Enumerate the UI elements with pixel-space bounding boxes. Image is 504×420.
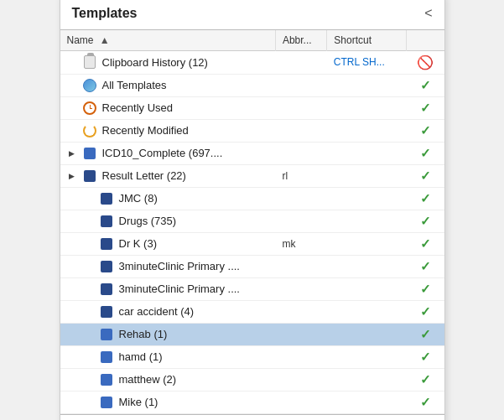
row-name-text: Rehab (1) bbox=[119, 328, 168, 340]
icon-square-blue bbox=[99, 395, 114, 410]
col-check bbox=[407, 30, 444, 51]
table-row[interactable]: 3minuteClinic Primary ....✓ bbox=[60, 277, 444, 300]
table-row[interactable]: car accident (4)✓ bbox=[60, 300, 444, 323]
row-shortcut[interactable]: CTRL SH... bbox=[327, 50, 407, 74]
row-shortcut bbox=[327, 345, 407, 368]
templates-table-container: Name ▲ Abbr... Shortcut Clipboard Histor… bbox=[60, 29, 444, 415]
row-name-text: ICD10_Complete (697.... bbox=[102, 147, 223, 159]
check-icon: ✓ bbox=[420, 214, 431, 228]
templates-panel: Templates < Name ▲ Abbr... Shortcut bbox=[60, 0, 445, 420]
row-abbr bbox=[275, 345, 326, 368]
expand-arrow-icon[interactable]: ▶ bbox=[67, 171, 77, 181]
check-icon: ✓ bbox=[420, 169, 431, 183]
row-name-text: Drugs (735) bbox=[119, 215, 177, 227]
collapse-button[interactable]: < bbox=[424, 6, 432, 21]
check-icon: ✓ bbox=[420, 78, 431, 92]
row-check: 🚫 bbox=[407, 50, 444, 74]
table-row[interactable]: Dr K (3)mk✓ bbox=[60, 232, 444, 255]
row-abbr bbox=[275, 277, 326, 300]
row-abbr bbox=[275, 142, 326, 164]
table-row[interactable]: matthew (2)✓ bbox=[60, 368, 444, 391]
row-abbr bbox=[275, 74, 326, 96]
expand-arrow-icon[interactable]: ▶ bbox=[67, 148, 77, 158]
icon-square-dark bbox=[99, 282, 114, 297]
row-name-text: Recently Used bbox=[102, 101, 174, 114]
row-abbr bbox=[275, 255, 326, 277]
row-shortcut bbox=[327, 164, 407, 187]
row-name-text: 3minuteClinic Primary .... bbox=[119, 283, 240, 295]
row-name-text: JMC (8) bbox=[119, 192, 158, 205]
row-name-text: All Templates bbox=[102, 79, 167, 91]
icon-refresh bbox=[82, 123, 97, 138]
table-row[interactable]: hamd (1)✓ bbox=[60, 345, 444, 368]
row-shortcut bbox=[327, 142, 407, 164]
row-shortcut bbox=[327, 187, 407, 210]
row-abbr: rl bbox=[275, 164, 326, 187]
icon-square-dark bbox=[99, 304, 114, 319]
row-shortcut bbox=[327, 96, 407, 119]
table-row[interactable]: JMC (8)✓ bbox=[60, 187, 444, 210]
check-icon: ✓ bbox=[420, 123, 431, 137]
check-icon: ✓ bbox=[420, 372, 431, 386]
row-abbr bbox=[275, 210, 326, 232]
row-check: ✓ bbox=[407, 187, 444, 210]
row-name-text: Clipboard History (12) bbox=[102, 56, 208, 69]
col-abbr: Abbr... bbox=[275, 30, 326, 51]
table-row[interactable]: Mike (1)✓ bbox=[60, 391, 444, 413]
table-row[interactable]: 3minuteClinic Primary ....✓ bbox=[60, 255, 444, 277]
sort-arrow-name: ▲ bbox=[100, 34, 110, 46]
row-shortcut bbox=[327, 391, 407, 413]
row-abbr bbox=[275, 391, 326, 413]
table-row[interactable]: ▶ICD10_Complete (697....✓ bbox=[60, 142, 444, 164]
row-abbr: mk bbox=[275, 232, 326, 255]
icon-square-dark bbox=[99, 236, 114, 251]
row-check: ✓ bbox=[407, 255, 444, 277]
icon-square-blue bbox=[99, 372, 114, 387]
block-icon: 🚫 bbox=[417, 55, 434, 70]
panel-header: Templates < bbox=[60, 6, 444, 29]
icon-square-dark bbox=[99, 191, 114, 206]
row-check: ✓ bbox=[407, 323, 444, 345]
table-row[interactable]: Recently Modified✓ bbox=[60, 119, 444, 142]
table-row[interactable]: Drugs (735)✓ bbox=[60, 210, 444, 232]
check-icon: ✓ bbox=[420, 395, 431, 409]
table-row[interactable]: All Templates✓ bbox=[60, 74, 444, 96]
check-icon: ✓ bbox=[420, 304, 431, 319]
icon-square-blue bbox=[99, 327, 114, 342]
table-row[interactable]: ▶Result Letter (22)rl✓ bbox=[60, 164, 444, 187]
row-check: ✓ bbox=[407, 300, 444, 323]
row-shortcut bbox=[327, 232, 407, 255]
table-row[interactable]: Recently Used✓ bbox=[60, 96, 444, 119]
icon-clipboard bbox=[82, 54, 97, 70]
row-check: ✓ bbox=[407, 96, 444, 119]
row-shortcut bbox=[327, 277, 407, 300]
check-icon: ✓ bbox=[420, 282, 431, 296]
check-icon: ✓ bbox=[420, 259, 431, 273]
row-abbr bbox=[275, 119, 326, 142]
row-check: ✓ bbox=[407, 368, 444, 391]
row-name-text: matthew (2) bbox=[119, 373, 177, 386]
icon-square-dark bbox=[99, 214, 114, 229]
table-row[interactable]: Rehab (1)✓ bbox=[60, 323, 444, 345]
templates-table: Name ▲ Abbr... Shortcut Clipboard Histor… bbox=[60, 30, 444, 414]
row-check: ✓ bbox=[407, 232, 444, 255]
icon-square-dark bbox=[82, 169, 97, 184]
row-check: ✓ bbox=[407, 391, 444, 413]
row-abbr bbox=[275, 96, 326, 119]
check-icon: ✓ bbox=[420, 327, 431, 341]
check-icon: ✓ bbox=[420, 101, 431, 115]
row-name-text: Dr K (3) bbox=[119, 237, 158, 250]
row-name-text: Result Letter (22) bbox=[102, 169, 186, 182]
row-shortcut bbox=[327, 368, 407, 391]
row-check: ✓ bbox=[407, 119, 444, 142]
check-icon: ✓ bbox=[420, 191, 431, 205]
check-icon: ✓ bbox=[420, 350, 431, 364]
row-name-text: hamd (1) bbox=[119, 350, 163, 363]
row-shortcut bbox=[327, 300, 407, 323]
col-name[interactable]: Name ▲ bbox=[60, 30, 276, 51]
table-row[interactable]: Clipboard History (12)CTRL SH...🚫 bbox=[60, 50, 444, 74]
icon-globe bbox=[82, 78, 97, 93]
icon-square-dark bbox=[99, 259, 114, 274]
row-name-text: Mike (1) bbox=[119, 396, 158, 408]
shortcut-link[interactable]: CTRL SH... bbox=[334, 56, 385, 68]
